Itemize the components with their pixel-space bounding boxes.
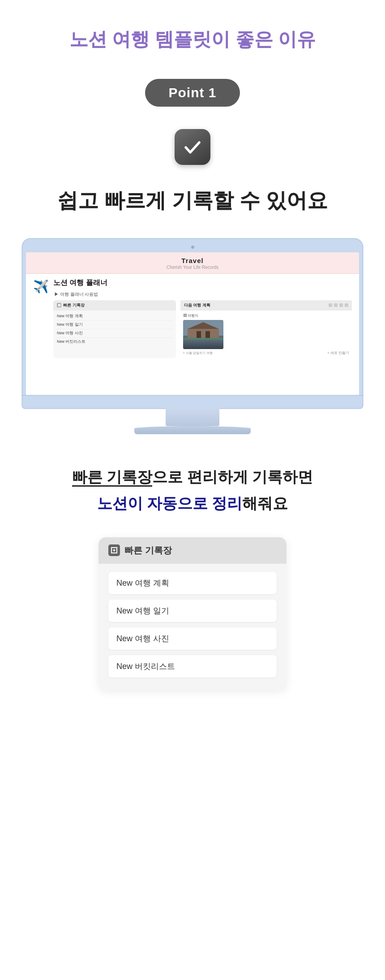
- notion-page-title: 노션 여행 플래너: [53, 278, 352, 288]
- notion-plane-icon: ✈️: [33, 278, 49, 358]
- imac-chin: [22, 396, 363, 408]
- tool-dot: [339, 303, 343, 307]
- imac-neck: [166, 408, 219, 426]
- list-item: New 버킷리스트: [56, 338, 173, 346]
- notion-left-col-header: ▣ 빠른 기록장: [53, 300, 176, 311]
- list-item: New 여행 계획: [56, 312, 173, 321]
- list-item: New 여행 일기: [56, 321, 173, 329]
- col-icon: ▣: [57, 303, 61, 307]
- checkmark-icon: [175, 129, 210, 165]
- svg-rect-5: [205, 331, 210, 338]
- desc-line2: 노션이 자동으로 정리해줘요: [72, 492, 313, 515]
- main-heading: 쉽고 빠르게 기록할 수 있어요: [57, 187, 327, 214]
- notion-right-tools: [329, 303, 348, 307]
- desc-line2-end: 해줘요: [242, 495, 288, 512]
- list-item: New 여행 계획: [108, 572, 277, 594]
- imac-screen-outer: Travel Cherish Your Life Records ✈️ 노션 여…: [22, 239, 363, 396]
- travel-subtitle: Cherish Your Life Records: [35, 265, 350, 270]
- quick-record-icon: [108, 544, 120, 556]
- notion-right-col: 다음 여행 계획: [180, 300, 352, 358]
- notion-link: + 새로 만들기: [327, 350, 349, 355]
- notion-add-link: + 새로 만들기: [327, 313, 349, 355]
- svg-rect-6: [183, 338, 223, 340]
- imac-mockup: Travel Cherish Your Life Records ✈️ 노션 여…: [22, 239, 363, 434]
- imac-base: [134, 426, 251, 434]
- list-item: New 버킷리스트: [108, 655, 277, 678]
- quick-record-card: 빠른 기록장 New 여행 계획 New 여행 일기 New 여행 사진 New…: [98, 537, 287, 690]
- imac-topbar: [26, 242, 359, 252]
- page-wrapper: 노션 여행 템플릿이 좋은 이유 Point 1 쉽고 빠르게 기록할 수 있어…: [0, 0, 385, 980]
- svg-rect-4: [197, 331, 201, 338]
- right-sub-label: 🖼 여행지: [183, 313, 325, 318]
- notion-body: ✈️ 노션 여행 플래너 ▶ 여행 플래너 사용법 ▣ 빠른 기록장: [26, 274, 359, 363]
- point-badge: Point 1: [145, 79, 240, 107]
- quick-record-items: New 여행 계획 New 여행 일기 New 여행 사진 New 버킷리스트: [98, 572, 287, 678]
- notion-section-header: ▶ 여행 플래너 사용법: [53, 291, 352, 298]
- desc-bold-part: 빠른 기록장: [72, 468, 152, 487]
- main-title: 노션 여행 템플릿이 좋은 이유: [69, 27, 316, 52]
- notion-header: Travel Cherish Your Life Records: [26, 252, 359, 274]
- imac-camera-dot: [191, 246, 194, 249]
- desc-highlight-notion: 노션이 자동으로 정리: [97, 495, 243, 512]
- description-section: 빠른 기록장으로 편리하게 기록하면 노션이 자동으로 정리해줘요: [54, 466, 331, 515]
- desc-normal-part: 으로 편리하게 기록하면: [152, 468, 313, 485]
- notion-left-items: New 여행 계획 New 여행 일기 New 여행 사진 New 버킷리스트: [53, 311, 176, 348]
- list-item: New 여행 사진: [56, 329, 173, 338]
- notion-columns: ▣ 빠른 기록장 New 여행 계획 New 여행 일기 New 여행 사진 N…: [53, 300, 352, 358]
- quick-record-title: 빠른 기록장: [124, 544, 172, 557]
- desc-line1: 빠른 기록장으로 편리하게 기록하면: [72, 466, 313, 488]
- notion-right-header: 다음 여행 계획: [180, 300, 352, 311]
- tool-dot: [329, 303, 332, 307]
- right-link-label: + 서울 당일치기 여행: [183, 351, 325, 355]
- tool-dot: [345, 303, 348, 307]
- notion-image: [183, 320, 223, 349]
- travel-title: Travel: [35, 257, 350, 264]
- notion-right-body: 🖼 여행지: [180, 311, 352, 358]
- svg-rect-2: [188, 329, 219, 338]
- quick-record-header: 빠른 기록장: [98, 537, 287, 564]
- notion-content: 노션 여행 플래너 ▶ 여행 플래너 사용법 ▣ 빠른 기록장 New 여행: [53, 278, 352, 358]
- right-col-title: 다음 여행 계획: [184, 302, 210, 308]
- list-item: New 여행 일기: [108, 600, 277, 622]
- tool-dot: [334, 303, 338, 307]
- imac-screen-inner: Travel Cherish Your Life Records ✈️ 노션 여…: [26, 252, 359, 396]
- notion-left-col: ▣ 빠른 기록장 New 여행 계획 New 여행 일기 New 여행 사진 N…: [53, 300, 176, 358]
- list-item: New 여행 사진: [108, 627, 277, 650]
